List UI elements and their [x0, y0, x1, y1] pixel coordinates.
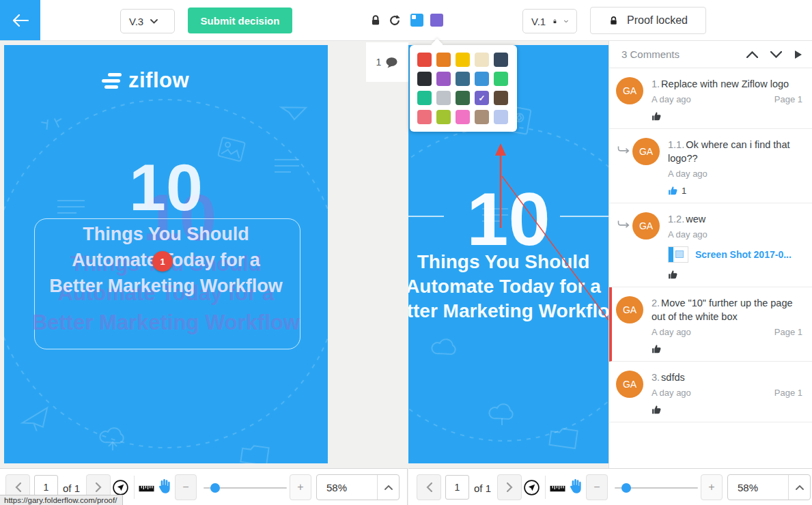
- comment-number: 1.: [652, 78, 660, 89]
- zoom-slider[interactable]: [615, 487, 698, 489]
- status-url-tooltip: https://gary.folderflow.com/proof/: [0, 495, 123, 505]
- thumbs-up-icon-liked[interactable]: [668, 186, 678, 196]
- bottom-toolbar-right: of 1 − + 58%: [408, 468, 812, 505]
- top-toolbar: V.3 Submit decision V.1 Proof locked: [0, 0, 812, 41]
- lock-icon[interactable]: [369, 14, 382, 27]
- palette-swatch[interactable]: [494, 72, 508, 86]
- proof-locked-button[interactable]: Proof locked: [590, 7, 706, 34]
- compare-color-left[interactable]: [410, 14, 423, 27]
- thumbs-up-icon[interactable]: [652, 405, 662, 415]
- avatar: GA: [632, 212, 660, 240]
- page-number-input[interactable]: [445, 475, 469, 500]
- ruler-tool-icon[interactable]: [550, 483, 565, 492]
- palette-swatch[interactable]: [436, 110, 451, 124]
- comment-page: Page 1: [774, 327, 802, 337]
- proof-canvas-left[interactable]: ziflow 10 10 Things You ShouldAutomate T…: [4, 45, 328, 463]
- comment-text: wew: [686, 214, 705, 225]
- thumbs-up-icon[interactable]: [668, 270, 678, 280]
- pan-tool-icon[interactable]: [568, 478, 582, 495]
- ziflow-logo: ziflow: [102, 68, 189, 93]
- back-button[interactable]: [0, 0, 40, 40]
- speech-bubble-icon: [385, 57, 398, 68]
- play-icon[interactable]: [794, 50, 802, 59]
- comment-item[interactable]: GA 3.sdfds A day agoPage 1: [609, 362, 812, 422]
- version-left-label: V.3: [129, 16, 143, 27]
- comment-number: 3.: [652, 372, 660, 383]
- thumbs-up-icon[interactable]: [652, 344, 662, 354]
- version-select-left[interactable]: V.3: [120, 9, 175, 33]
- back-arrow-icon: [12, 14, 29, 27]
- palette-swatch[interactable]: [494, 53, 508, 67]
- avatar: GA: [616, 371, 643, 398]
- palette-swatch[interactable]: ✓: [475, 91, 489, 105]
- comment-text: Move "10" further up the page out of the…: [652, 298, 793, 322]
- corner-mark: [412, 15, 416, 19]
- navigate-tool-icon[interactable]: [112, 479, 129, 496]
- lock-icon: [608, 16, 619, 26]
- zoom-in-button[interactable]: +: [701, 474, 723, 500]
- zoom-caret[interactable]: [788, 475, 810, 500]
- palette-swatch[interactable]: [456, 53, 470, 67]
- chevron-down-icon: [150, 19, 158, 24]
- attachment-link[interactable]: Screen Shot 2017-0...: [668, 246, 802, 263]
- zoom-caret[interactable]: [377, 475, 399, 500]
- palette-swatch[interactable]: [475, 72, 489, 86]
- navigate-tool-icon[interactable]: [523, 479, 540, 496]
- ziflow-logo-icon: [102, 73, 122, 89]
- comment-time: A day ago: [652, 94, 691, 104]
- zoom-slider-thumb[interactable]: [210, 483, 220, 493]
- palette-swatch[interactable]: [494, 110, 508, 124]
- comment-item-selected[interactable]: GA 2.Move "10" further up the page out o…: [609, 287, 812, 362]
- zoom-out-button[interactable]: −: [175, 474, 197, 500]
- ruler-tool-icon[interactable]: [139, 483, 154, 492]
- comment-count-badge[interactable]: 1: [366, 42, 408, 82]
- zoom-level-select[interactable]: 58%: [727, 474, 811, 500]
- zoom-slider-thumb[interactable]: [621, 483, 631, 493]
- thumbs-up-icon[interactable]: [652, 111, 662, 121]
- chevron-up-icon: [796, 485, 804, 490]
- comments-header: 3 Comments: [609, 41, 812, 68]
- zoom-level-select[interactable]: 58%: [316, 474, 400, 500]
- lock-icon: [552, 17, 557, 26]
- zoom-out-button[interactable]: −: [586, 474, 608, 500]
- color-palette: ✓: [410, 45, 517, 132]
- palette-swatch[interactable]: [456, 110, 470, 124]
- prev-page-button[interactable]: [417, 474, 441, 500]
- palette-swatch[interactable]: [436, 91, 451, 105]
- toolbar-divider: [134, 476, 135, 499]
- zoom-in-button[interactable]: +: [290, 474, 311, 500]
- palette-swatch[interactable]: [436, 72, 451, 86]
- comment-item-reply[interactable]: GA 1.2.wew A day ago Screen Shot 2017-0.…: [609, 203, 812, 287]
- palette-swatch[interactable]: [417, 72, 432, 86]
- palette-swatch[interactable]: [417, 91, 432, 105]
- palette-swatch[interactable]: [475, 110, 489, 124]
- poster-number: 10: [4, 154, 328, 220]
- compare-color-right[interactable]: [430, 14, 443, 27]
- refresh-icon[interactable]: [389, 14, 401, 27]
- next-page-button[interactable]: [497, 474, 522, 500]
- comment-pin-1[interactable]: 1: [152, 251, 173, 272]
- palette-swatch[interactable]: [475, 53, 489, 67]
- zoom-slider[interactable]: [204, 487, 287, 489]
- comment-item-reply[interactable]: GA 1.1.Ok where can i find that logo?? A…: [609, 129, 812, 203]
- comment-text: Ok where can i find that logo??: [668, 139, 790, 164]
- palette-swatch[interactable]: [417, 110, 432, 124]
- palette-swatch[interactable]: [417, 53, 432, 67]
- pan-tool-icon[interactable]: [157, 478, 171, 495]
- selected-check-icon: ✓: [475, 91, 489, 105]
- comment-item[interactable]: GA 1.Replace with new Ziflow logo A day …: [609, 68, 812, 129]
- page-total-label: of 1: [63, 482, 80, 494]
- avatar: GA: [616, 296, 643, 323]
- palette-swatch[interactable]: [456, 91, 470, 105]
- palette-swatch[interactable]: [456, 72, 470, 86]
- chevron-up-icon[interactable]: [746, 51, 758, 58]
- reply-arrow-icon: [617, 146, 630, 154]
- chevron-down-icon[interactable]: [770, 51, 782, 58]
- comment-text: Replace with new Ziflow logo: [661, 78, 789, 89]
- palette-swatch[interactable]: [436, 53, 451, 67]
- palette-swatch[interactable]: [494, 91, 508, 105]
- avatar: GA: [616, 77, 643, 104]
- submit-decision-button[interactable]: Submit decision: [188, 8, 292, 33]
- comment-number: 1.1.: [668, 139, 684, 150]
- version-select-right[interactable]: V.1: [522, 9, 577, 33]
